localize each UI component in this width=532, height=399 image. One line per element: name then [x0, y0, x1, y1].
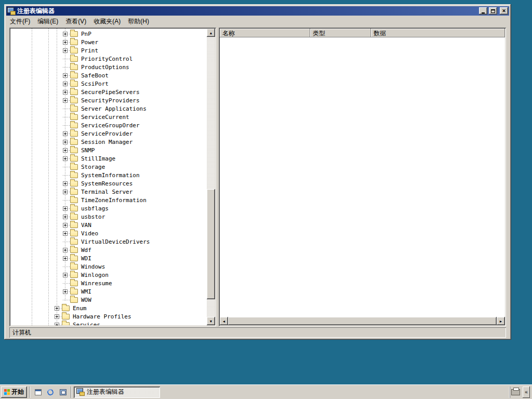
maximize-button[interactable] — [489, 7, 497, 15]
tree-item[interactable]: Enum — [10, 304, 207, 312]
scroll-left-button[interactable]: ◄ — [220, 317, 228, 325]
tree-item[interactable]: Services — [10, 321, 207, 325]
expand-plus-icon[interactable] — [63, 48, 68, 53]
tree-connector — [63, 55, 68, 63]
tree-item-label: WOW — [80, 297, 92, 303]
tree-item[interactable]: SecurityProviders — [10, 96, 207, 104]
tree-item[interactable]: VAN — [10, 221, 207, 229]
tree-item[interactable]: SafeBoot — [10, 71, 207, 79]
expand-plus-icon[interactable] — [63, 289, 68, 294]
tree-view[interactable]: PnPPowerPrintPriorityControlProductOptio… — [10, 29, 207, 325]
tree-item[interactable]: PriorityControl — [10, 55, 207, 63]
expand-plus-icon[interactable] — [63, 131, 68, 136]
tree-item[interactable]: Print — [10, 46, 207, 55]
column-header-data[interactable]: 数据 — [371, 29, 505, 37]
quick-launch-internet-explorer-icon[interactable] — [45, 387, 56, 398]
folder-icon — [70, 222, 78, 228]
minimize-button[interactable] — [479, 7, 487, 15]
expand-plus-icon[interactable] — [63, 273, 68, 277]
menu-help[interactable]: 帮助(H) — [124, 16, 153, 27]
expand-plus-icon[interactable] — [55, 323, 59, 326]
tree-item[interactable]: WOW — [10, 296, 207, 304]
folder-icon — [70, 231, 78, 236]
tree-item[interactable]: StillImage — [10, 154, 207, 163]
registry-editor-window: 注册表编辑器 ✕ 文件(F)编辑(E)查看(V)收藏夹(A)帮助(H) PnPP… — [4, 4, 511, 340]
tree-item[interactable]: ScsiPort — [10, 79, 207, 88]
expand-plus-icon[interactable] — [63, 248, 68, 252]
expand-plus-icon[interactable] — [63, 190, 68, 194]
hidden-icons-chevron[interactable]: « — [523, 387, 530, 398]
tree-item[interactable]: usbstor — [10, 212, 207, 221]
column-header-name[interactable]: 名称 — [220, 29, 310, 37]
scroll-right-button[interactable]: ► — [497, 317, 505, 325]
quick-launch-show-desktop-icon[interactable] — [32, 387, 44, 398]
tree-item[interactable]: Storage — [10, 163, 207, 171]
tree-item[interactable]: Wdf — [10, 246, 207, 254]
tree-item[interactable]: SNMP — [10, 146, 207, 154]
tree-item[interactable]: PnP — [10, 30, 207, 38]
expand-plus-icon[interactable] — [63, 223, 68, 228]
expand-plus-icon[interactable] — [63, 148, 68, 153]
expand-plus-icon[interactable] — [55, 314, 59, 319]
expand-plus-icon[interactable] — [63, 181, 68, 186]
expand-plus-icon[interactable] — [63, 215, 68, 219]
tree-item[interactable]: Session Manager — [10, 138, 207, 146]
tree-item[interactable]: SystemResources — [10, 179, 207, 188]
menu-edit[interactable]: 编辑(E) — [34, 16, 62, 27]
menu-view[interactable]: 查看(V) — [62, 16, 90, 27]
menu-favorites[interactable]: 收藏夹(A) — [90, 16, 124, 27]
tree-item[interactable]: WDI — [10, 254, 207, 262]
task-label: 注册表编辑器 — [87, 388, 124, 396]
tree-item[interactable]: ProductOptions — [10, 63, 207, 71]
scroll-up-button[interactable]: ▲ — [207, 29, 215, 37]
expand-plus-icon[interactable] — [55, 306, 59, 311]
expand-plus-icon[interactable] — [63, 90, 68, 95]
expand-plus-icon[interactable] — [63, 82, 68, 86]
tree-item[interactable]: Windows — [10, 262, 207, 271]
values-horizontal-scrollbar[interactable]: ◄ ► — [220, 317, 505, 325]
column-header-type[interactable]: 类型 — [310, 29, 371, 37]
start-button[interactable]: 开始 — [1, 387, 27, 398]
close-button[interactable]: ✕ — [500, 7, 508, 15]
tree-item[interactable]: Terminal Server — [10, 188, 207, 196]
tree-item[interactable]: WMI — [10, 287, 207, 296]
tree-item[interactable]: SecurePipeServers — [10, 88, 207, 96]
tree-item[interactable]: Hardware Profiles — [10, 312, 207, 321]
tree-item[interactable]: Server Applications — [10, 104, 207, 113]
explorer-icon — [60, 389, 66, 395]
tree-connector — [63, 63, 68, 71]
tree-item[interactable]: usbflags — [10, 204, 207, 212]
scroll-down-button[interactable]: ▼ — [207, 317, 215, 325]
tree-vertical-scrollbar[interactable]: ▲ ▼ — [207, 29, 215, 325]
values-pane: 名称类型数据 ◄ ► — [219, 28, 506, 326]
taskbar-item-registry-editor[interactable]: 注册表编辑器 — [74, 387, 160, 398]
expand-plus-icon[interactable] — [63, 231, 68, 236]
expand-plus-icon[interactable] — [63, 98, 68, 103]
tree-item[interactable]: TimeZoneInformation — [10, 196, 207, 204]
tree-item[interactable]: ServiceCurrent — [10, 113, 207, 121]
taskbar: 开始 注册表编辑器 « — [0, 384, 532, 399]
tree-item[interactable]: ServiceGroupOrder — [10, 121, 207, 129]
expand-plus-icon[interactable] — [63, 206, 68, 211]
tree-item[interactable]: ServiceProvider — [10, 129, 207, 138]
expand-plus-icon[interactable] — [63, 73, 68, 78]
expand-plus-icon[interactable] — [63, 156, 68, 161]
menu-file[interactable]: 文件(F) — [6, 16, 34, 27]
tree-item[interactable]: Video — [10, 229, 207, 237]
title-bar[interactable]: 注册表编辑器 ✕ — [6, 6, 509, 16]
vertical-scrollbar-thumb[interactable] — [207, 189, 215, 299]
expand-plus-icon[interactable] — [63, 140, 68, 144]
tree-item-label: SecurePipeServers — [80, 89, 141, 96]
tree-item[interactable]: VirtualDeviceDrivers — [10, 237, 207, 246]
values-list[interactable] — [220, 37, 505, 317]
expand-plus-icon[interactable] — [63, 32, 68, 36]
printer-icon[interactable] — [511, 389, 520, 395]
tree-item[interactable]: Power — [10, 38, 207, 46]
expand-plus-icon[interactable] — [63, 256, 68, 261]
quick-launch-explorer-icon[interactable] — [57, 387, 69, 398]
tree-item[interactable]: Winresume — [10, 279, 207, 287]
tree-item[interactable]: SystemInformation — [10, 171, 207, 179]
expand-plus-icon[interactable] — [63, 40, 68, 45]
horizontal-scrollbar-thumb[interactable] — [228, 317, 497, 325]
tree-item[interactable]: Winlogon — [10, 271, 207, 279]
